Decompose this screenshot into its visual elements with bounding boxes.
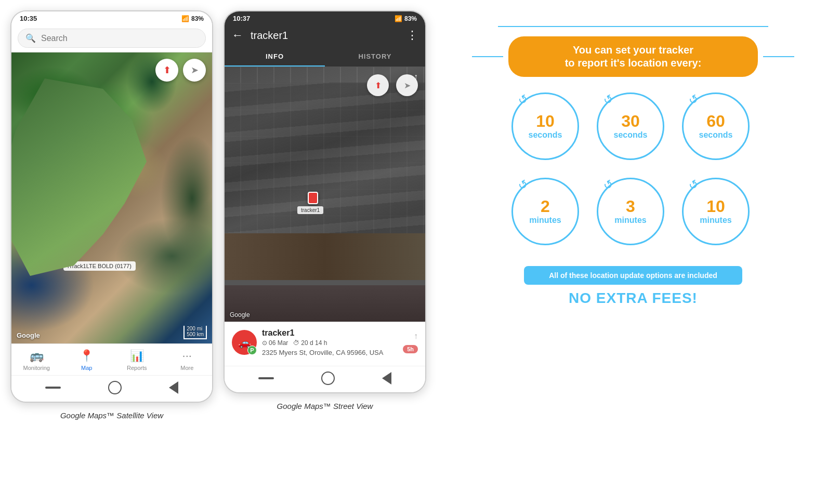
signal-icon: 📶 bbox=[181, 15, 189, 22]
aerial-car-label: tracker1 bbox=[297, 206, 323, 214]
time-display-1: 10:35 bbox=[20, 15, 37, 22]
aerial-google-logo: Google bbox=[230, 311, 250, 319]
signal-icon-2: 📶 bbox=[395, 15, 402, 22]
home-gesture[interactable] bbox=[108, 381, 122, 394]
more-label: More bbox=[180, 365, 193, 371]
recents-gesture-2[interactable] bbox=[258, 377, 274, 379]
arrow-icon-1: ↺ bbox=[516, 91, 531, 108]
time-ago-badge: 5h bbox=[403, 345, 418, 353]
nav-map[interactable]: 📍 Map bbox=[62, 344, 112, 375]
map-icon: 📍 bbox=[80, 349, 94, 363]
info-card-address: 2325 Myers St, Oroville, CA 95966, USA bbox=[262, 349, 383, 356]
promo-panel: You can set your trackerto report it's l… bbox=[437, 10, 830, 317]
info-card-badge-wrap: ↑ 5h bbox=[403, 331, 418, 353]
circle-number-4: 2 bbox=[541, 198, 550, 215]
info-card-meta: ⊙ 06 Mar ⏱ 20 d 14 h bbox=[262, 339, 383, 347]
arrow-icon-4: ↺ bbox=[516, 177, 531, 193]
map-label: Map bbox=[81, 365, 92, 371]
tracker-tabs: INFO HISTORY bbox=[225, 47, 425, 67]
circle-number-5: 3 bbox=[626, 198, 635, 215]
circle-unit-4: minutes bbox=[529, 216, 561, 225]
tracker-p-badge: P bbox=[247, 346, 257, 355]
battery-display-1: 83% bbox=[191, 15, 204, 22]
reports-icon: 📊 bbox=[130, 349, 144, 363]
location-button[interactable]: ➤ bbox=[183, 59, 206, 82]
aerial-compass-button[interactable]: ⬆ bbox=[367, 74, 389, 96]
circle-10min: ↺ 10 minutes bbox=[682, 178, 750, 245]
search-bar[interactable]: 🔍 bbox=[11, 24, 212, 52]
time-circles-grid: ↺ 10 seconds ↺ 30 seconds ↺ 60 seconds ↺… bbox=[511, 92, 755, 250]
circle-number-3: 60 bbox=[706, 113, 725, 129]
satellite-map[interactable]: ⬆ ➤ iTrack1LTE BOLD (0177) Google 200 mi… bbox=[11, 52, 212, 343]
arrow-icon-3: ↺ bbox=[686, 91, 701, 108]
car-marker-1 bbox=[56, 251, 65, 263]
phone1-caption: Google Maps™ Satellite View bbox=[60, 411, 163, 420]
info-card-details: tracker1 ⊙ 06 Mar ⏱ 20 d 14 h 2325 Myers… bbox=[262, 328, 383, 356]
more-button[interactable]: ⋮ bbox=[406, 29, 418, 42]
top-blue-line bbox=[498, 26, 768, 27]
battery-display-2: 83% bbox=[404, 15, 417, 22]
nav-reports[interactable]: 📊 Reports bbox=[112, 344, 162, 375]
phone1-mockup: 10:35 📶 83% 🔍 ⬆ ➤ iTrack1LTE BOLD (0177)… bbox=[10, 10, 213, 403]
info-card-name: tracker1 bbox=[262, 328, 383, 338]
included-text: All of these location update options are… bbox=[539, 271, 728, 280]
arrow-icon-2: ↺ bbox=[601, 91, 616, 108]
no-fees-banner: All of these location update options are… bbox=[524, 266, 742, 285]
aerial-map[interactable]: tracker1 ⬆ ➤ Google ↑ bbox=[225, 67, 425, 322]
circle-unit-2: seconds bbox=[614, 130, 648, 140]
status-bar-1: 10:35 📶 83% bbox=[11, 11, 212, 24]
search-icon: 🔍 bbox=[25, 33, 36, 43]
info-card-header: 🚗 P tracker1 ⊙ 06 Mar ⏱ 20 d 14 h 2325 M… bbox=[232, 328, 418, 356]
tracker-label-1: iTrack1LTE BOLD (0177) bbox=[63, 261, 136, 271]
back-button[interactable]: ← bbox=[232, 29, 243, 42]
tracker-avatar-wrap: 🚗 P bbox=[232, 330, 257, 355]
circle-3min: ↺ 3 minutes bbox=[597, 178, 664, 245]
monitoring-label: Monitoring bbox=[23, 365, 50, 371]
more-icon: ··· bbox=[182, 349, 192, 363]
circle-unit-1: seconds bbox=[529, 130, 562, 140]
circle-unit-3: seconds bbox=[699, 130, 733, 140]
nav-monitoring[interactable]: 🚌 Monitoring bbox=[11, 344, 62, 375]
expand-icon[interactable]: ↑ bbox=[414, 72, 418, 82]
compass-icon: ⬆ bbox=[163, 64, 171, 76]
circle-number-6: 10 bbox=[706, 198, 725, 215]
circle-10sec: ↺ 10 seconds bbox=[511, 92, 579, 160]
status-icons-2: 📶 83% bbox=[395, 15, 417, 22]
recents-gesture[interactable] bbox=[45, 387, 61, 389]
search-input[interactable] bbox=[41, 34, 198, 43]
info-date: ⊙ 06 Mar bbox=[262, 339, 288, 347]
promo-banner-text: You can set your trackerto report it's l… bbox=[524, 44, 742, 70]
tab-history[interactable]: HISTORY bbox=[325, 47, 425, 67]
monitoring-icon: 🚌 bbox=[30, 349, 44, 363]
bottom-nav-1: 🚌 Monitoring 📍 Map 📊 Reports ··· More bbox=[11, 343, 212, 375]
nav-more[interactable]: ··· More bbox=[162, 344, 213, 375]
map-scale: 200 mi 500 km bbox=[183, 326, 207, 339]
back-gesture-2[interactable] bbox=[382, 372, 391, 384]
location-icon: ➤ bbox=[191, 64, 199, 76]
info-duration: ⏱ 20 d 14 h bbox=[293, 339, 327, 347]
aerial-location-icon: ➤ bbox=[404, 81, 411, 90]
time-display-2: 10:37 bbox=[233, 15, 250, 22]
circle-unit-5: minutes bbox=[614, 216, 646, 225]
phone2-mockup: 10:37 📶 83% ← tracker1 ⋮ INFO HISTORY bbox=[224, 10, 426, 393]
circle-number-2: 30 bbox=[621, 113, 640, 129]
circle-2min: ↺ 2 minutes bbox=[511, 178, 579, 245]
aerial-compass-icon: ⬆ bbox=[375, 81, 382, 90]
phone2-caption: Google Maps™ Street View bbox=[277, 402, 373, 410]
arrow-icon-5: ↺ bbox=[601, 177, 616, 193]
arrow-icon-6: ↺ bbox=[686, 177, 701, 193]
status-bar-2: 10:37 📶 83% bbox=[225, 11, 425, 24]
gesture-bar-1 bbox=[11, 375, 212, 402]
gesture-bar-2 bbox=[225, 366, 425, 392]
circle-60sec: ↺ 60 seconds bbox=[682, 92, 750, 160]
aerial-car-marker bbox=[308, 192, 318, 204]
home-gesture-2[interactable] bbox=[321, 372, 335, 385]
tracker-header: ← tracker1 ⋮ bbox=[225, 24, 425, 47]
tab-info[interactable]: INFO bbox=[225, 47, 325, 67]
promo-banner: You can set your trackerto report it's l… bbox=[508, 36, 758, 77]
back-gesture[interactable] bbox=[169, 381, 178, 394]
circle-unit-6: minutes bbox=[700, 216, 731, 225]
tracker-title: tracker1 bbox=[251, 30, 399, 42]
compass-button[interactable]: ⬆ bbox=[155, 59, 178, 82]
circle-30sec: ↺ 30 seconds bbox=[597, 92, 664, 160]
